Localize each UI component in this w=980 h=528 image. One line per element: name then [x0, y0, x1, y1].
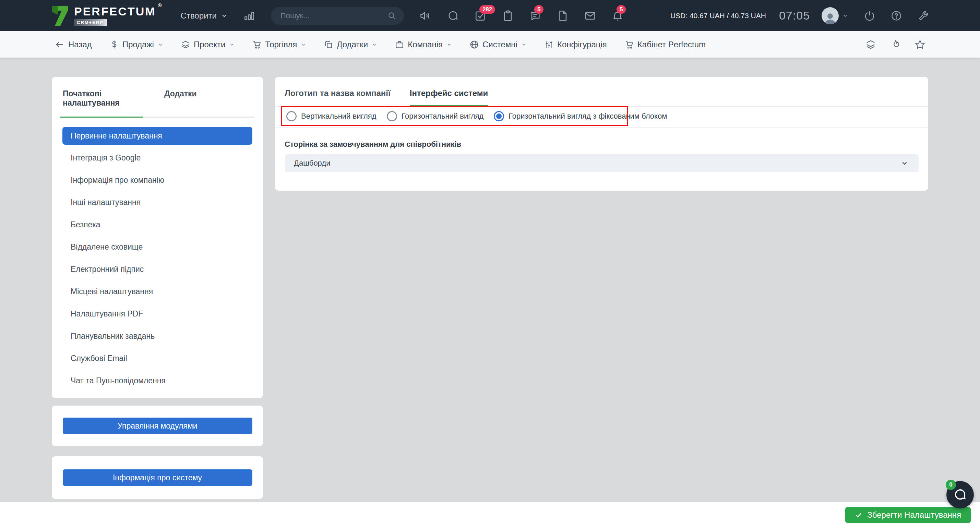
help-icon — [891, 10, 902, 21]
documents-button[interactable] — [557, 10, 568, 22]
save-settings-button[interactable]: Зберегти Налаштування — [845, 507, 971, 523]
support-chat-button[interactable]: 0 — [947, 481, 974, 509]
chevron-down-icon — [158, 42, 163, 47]
sound-button[interactable] — [420, 10, 431, 22]
radio-label: Горизонтальний вигляд з фіксованим блоко… — [509, 112, 667, 121]
back-label: Назад — [68, 40, 92, 49]
nav-label: Кабінет Perfectum — [638, 40, 706, 49]
sidebar-tabs-underline — [60, 116, 255, 118]
brand-name: PERFECTUM — [74, 5, 156, 18]
create-button[interactable]: Створити — [181, 11, 228, 21]
nav-label: Проекти — [194, 40, 225, 49]
radio-label: Вертикальний вигляд — [301, 112, 377, 121]
radio-horizontal-fixed-view[interactable]: Горизонтальний вигляд з фіксованим блоко… — [494, 111, 667, 121]
chat-unread-badge: 0 — [946, 480, 956, 490]
nav-item-cabinet[interactable]: Кабінет Perfectum — [625, 40, 706, 49]
help-button[interactable] — [891, 10, 902, 21]
sidebar-items: Інтеграція з Google Інформація про компа… — [60, 147, 255, 392]
comments-button[interactable]: 5 — [530, 10, 541, 22]
perfectum-logo[interactable]: PERFECTUM® CRM+ERP — [51, 5, 156, 26]
globe-icon — [470, 40, 479, 49]
sidebar-item-primary-setup[interactable]: Первинне налаштування — [62, 127, 252, 145]
tab-initial-settings[interactable]: Початкові налаштування — [60, 89, 148, 116]
cart-icon — [252, 40, 261, 49]
topbar-right: USD: 40.67 UAH / 40.73 UAH 07:05 — [670, 7, 929, 24]
radio-horizontal-view[interactable]: Горизонтальний вигляд — [387, 111, 484, 121]
search-bar — [271, 7, 404, 25]
sidebar-item-pdf-settings[interactable]: Налаштування PDF — [60, 303, 255, 325]
chevron-down-icon — [372, 42, 377, 47]
tab-system-interface[interactable]: Інтерфейс системи — [410, 89, 488, 106]
active-tab-indicator — [60, 116, 143, 118]
settings-page: Початкові налаштування Додатки Первинне … — [0, 57, 980, 501]
nav-label: Системні — [482, 40, 517, 49]
default-page-select[interactable]: Дашборди — [285, 154, 919, 172]
layers-shortcut-button[interactable] — [865, 40, 876, 50]
select-value: Дашборди — [294, 159, 901, 168]
sidebar-item-remote-storage[interactable]: Віддалене сховище — [60, 236, 255, 258]
logout-button[interactable] — [864, 10, 875, 21]
radio-vertical-view[interactable]: Вертикальний вигляд — [286, 111, 377, 121]
favorites-button[interactable] — [915, 40, 925, 50]
notifications-badge: 5 — [617, 5, 626, 14]
nav-label: Конфігурація — [557, 40, 607, 49]
sidebar-tabs: Початкові налаштування Додатки — [60, 77, 255, 116]
view-mode-group-highlighted: Вертикальний вигляд Горизонтальний вигля… — [281, 106, 628, 126]
person-icon — [823, 11, 837, 24]
wrench-icon — [918, 10, 929, 21]
sidebar-item-chat-push[interactable]: Чат та Пуш-повідомлення — [60, 370, 255, 392]
sidebar-item-service-email[interactable]: Службові Email — [60, 347, 255, 370]
nav-item-configuration[interactable]: Конфігурація — [544, 40, 607, 49]
tab-logo-company-name[interactable]: Логотип та назва компанії — [285, 89, 391, 106]
hot-actions-button[interactable] — [890, 40, 900, 50]
arrow-left-icon — [55, 40, 64, 49]
navbar-right — [865, 40, 925, 50]
nav-item-system[interactable]: Системні — [470, 40, 527, 49]
sidebar-item-security[interactable]: Безпека — [60, 214, 255, 236]
sidebar-item-digital-signature[interactable]: Електронний підпис — [60, 258, 255, 280]
mail-button[interactable] — [584, 10, 596, 22]
nav-label: Продажі — [123, 40, 154, 49]
chat-button[interactable] — [447, 10, 459, 22]
tasks-button[interactable]: 282 — [474, 10, 486, 22]
brand-sub: CRM+ERP — [74, 19, 107, 26]
search-input[interactable] — [280, 11, 388, 20]
nav-item-projects[interactable]: Проекти — [181, 40, 235, 49]
sidebar-item-other-settings[interactable]: Інші налаштування — [60, 191, 255, 214]
manage-modules-button[interactable]: Управління модулями — [63, 418, 252, 434]
content-tabs: Логотип та назва компанії Інтерфейс сист… — [275, 77, 928, 106]
tools-button[interactable] — [918, 10, 929, 21]
back-button[interactable]: Назад — [55, 40, 92, 49]
nav-item-trade[interactable]: Торгівля — [252, 40, 306, 49]
star-icon — [915, 40, 925, 50]
notifications-button[interactable]: 5 — [612, 10, 624, 22]
user-menu[interactable] — [822, 7, 848, 24]
system-info-button[interactable]: Інформація про систему — [63, 469, 252, 486]
statistics-button[interactable] — [243, 10, 255, 22]
radio-icon — [286, 111, 297, 121]
nav-item-addons[interactable]: Додатки — [324, 40, 377, 49]
briefcase-icon — [395, 40, 404, 49]
save-label: Зберегти Налаштування — [867, 510, 961, 520]
nav-label: Компанія — [408, 40, 443, 49]
tab-addons[interactable]: Додатки — [148, 89, 255, 116]
topbar: PERFECTUM® CRM+ERP Створити 282 — [0, 0, 980, 31]
layers-icon — [181, 40, 190, 49]
radio-checked-icon — [494, 111, 504, 121]
sidebar-item-company-info[interactable]: Інформація про компанію — [60, 169, 255, 191]
nav-item-sales[interactable]: Продажі — [110, 40, 163, 49]
sidebar-item-local-settings[interactable]: Місцеві налаштування — [60, 280, 255, 303]
settings-sidebar: Початкові налаштування Додатки Первинне … — [52, 77, 263, 398]
copy-icon — [324, 40, 333, 49]
navbar: Назад Продажі Проекти Торгівля Додатки К… — [0, 31, 980, 57]
sidebar-item-task-scheduler[interactable]: Планувальник завдань — [60, 325, 255, 347]
chevron-down-icon — [447, 42, 452, 47]
check-icon — [855, 511, 862, 519]
search-icon[interactable] — [388, 11, 396, 20]
chevron-down-icon — [221, 12, 228, 19]
nav-label: Торгівля — [265, 40, 297, 49]
sidebar-item-google-integration[interactable]: Інтеграція з Google — [60, 147, 255, 169]
clipboard-button[interactable] — [502, 10, 514, 22]
chevron-down-icon — [901, 159, 908, 167]
nav-item-company[interactable]: Компанія — [395, 40, 452, 49]
